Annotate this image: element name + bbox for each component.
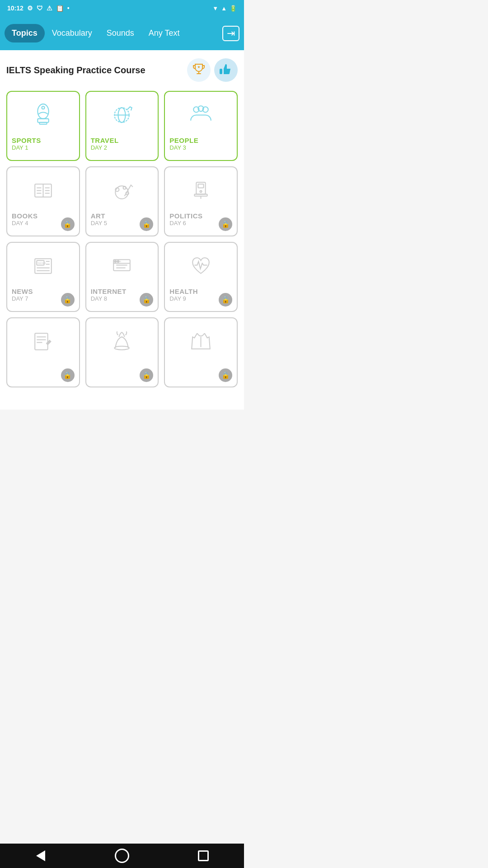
svg-point-23: [123, 186, 126, 189]
svg-rect-28: [194, 194, 207, 196]
travel-name: TRAVEL: [91, 137, 119, 144]
topic-people[interactable]: PEOPLE DAY 3: [164, 91, 238, 161]
status-time: 10:12: [7, 5, 23, 12]
topic-travel[interactable]: TRAVEL DAY 2: [85, 91, 159, 161]
internet-name: INTERNET: [91, 288, 127, 295]
topic-food[interactable]: 🔒: [85, 317, 159, 387]
thumbsup-icon: [219, 61, 233, 79]
svg-rect-44: [35, 333, 47, 350]
sports-day: DAY 1: [12, 144, 28, 151]
people-day: DAY 3: [169, 144, 186, 151]
shield-icon: 🛡: [37, 5, 43, 12]
topic-sports[interactable]: SPORTS DAY 1: [6, 91, 80, 161]
politics-name: POLITICS: [169, 212, 202, 220]
svg-point-27: [200, 191, 202, 193]
coat-lock: 🔒: [219, 368, 232, 382]
svg-text:www: www: [117, 260, 122, 263]
nav-topics[interactable]: Topics: [5, 24, 45, 42]
topic-coat[interactable]: 🔒: [164, 317, 238, 387]
nav-bar: Topics Vocabulary Sounds Any Text ⇥: [0, 16, 244, 50]
svg-rect-2: [220, 69, 222, 74]
coat-icon: [169, 325, 232, 359]
sports-icon: [12, 98, 75, 132]
svg-rect-4: [39, 123, 47, 124]
dot-icon: •: [67, 5, 70, 12]
sim-icon: 📋: [56, 5, 64, 12]
news-name: NEWS: [12, 288, 33, 295]
course-actions: [187, 58, 238, 82]
nav-vocabulary[interactable]: Vocabulary: [45, 24, 99, 42]
art-name: ART: [91, 212, 105, 220]
course-title: IELTS Speaking Practice Course: [6, 65, 187, 75]
food-lock: 🔒: [140, 368, 153, 382]
svg-text:NEWS: NEWS: [38, 261, 46, 264]
news-icon: NEWS: [12, 249, 75, 283]
svg-rect-1: [197, 73, 201, 74]
writing-lock: 🔒: [61, 368, 75, 382]
topic-writing[interactable]: 🔒: [6, 317, 80, 387]
health-name: HEALTH: [169, 288, 198, 295]
news-day: DAY 7: [12, 295, 28, 302]
nav-anytext[interactable]: Any Text: [141, 24, 187, 42]
art-lock: 🔒: [140, 217, 153, 231]
writing-icon: [12, 325, 75, 359]
politics-day: DAY 6: [169, 220, 186, 226]
status-bar: 10:12 ⚙ 🛡 ⚠ 📋 • ▼ ▲ 🔋: [0, 0, 244, 16]
course-header: IELTS Speaking Practice Course: [6, 58, 238, 82]
health-icon: [169, 249, 232, 283]
topic-books[interactable]: BOOKS DAY 4 🔒: [6, 166, 80, 236]
travel-day: DAY 2: [91, 144, 107, 151]
books-day: DAY 4: [12, 220, 28, 226]
gear-icon: ⚙: [27, 5, 33, 12]
news-lock: 🔒: [61, 293, 75, 307]
warning-icon: ⚠: [47, 5, 52, 12]
people-icon: [169, 98, 232, 132]
internet-icon: www: [91, 249, 154, 283]
books-icon: [12, 174, 75, 208]
travel-icon: [91, 98, 154, 132]
exit-button[interactable]: ⇥: [222, 26, 239, 41]
svg-point-6: [42, 106, 44, 109]
topic-art[interactable]: ART DAY 5 🔒: [85, 166, 159, 236]
food-icon: [91, 325, 154, 359]
topic-politics[interactable]: POLITICS DAY 6 🔒: [164, 166, 238, 236]
topics-grid: SPORTS DAY 1 TRAVEL DAY 2: [6, 91, 238, 387]
art-day: DAY 5: [91, 220, 107, 226]
sports-name: SPORTS: [12, 137, 41, 144]
battery-icon: 🔋: [230, 5, 237, 12]
art-icon: [91, 174, 154, 208]
svg-rect-3: [38, 119, 48, 123]
main-content: IELTS Speaking Practice Course: [0, 50, 244, 410]
wifi-icon: ▼: [212, 5, 218, 12]
trophy-button[interactable]: [187, 58, 211, 82]
books-lock: 🔒: [61, 217, 75, 231]
internet-day: DAY 8: [91, 295, 107, 302]
health-lock: 🔒: [219, 293, 232, 307]
topic-internet[interactable]: www INTERNET DAY 8 🔒: [85, 242, 159, 312]
trophy-icon: [192, 61, 206, 79]
topic-health[interactable]: HEALTH DAY 9 🔒: [164, 242, 238, 312]
books-name: BOOKS: [12, 212, 38, 220]
svg-point-48: [115, 346, 130, 350]
internet-lock: 🔒: [140, 293, 153, 307]
politics-icon: [169, 174, 232, 208]
signal-icon: ▲: [221, 5, 227, 12]
topic-news[interactable]: NEWS NEWS DAY 7 🔒: [6, 242, 80, 312]
people-name: PEOPLE: [169, 137, 198, 144]
nav-sounds[interactable]: Sounds: [99, 24, 141, 42]
politics-lock: 🔒: [219, 217, 232, 231]
health-day: DAY 9: [169, 295, 186, 302]
feedback-button[interactable]: [214, 58, 238, 82]
svg-rect-26: [198, 184, 204, 188]
